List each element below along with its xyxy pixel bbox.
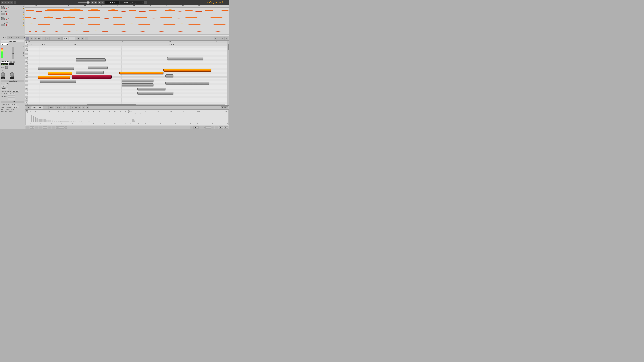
tab-synth[interactable]: Synth	[54, 106, 62, 109]
scroll-up-btn[interactable]: ▲	[228, 41, 229, 42]
note-scrollbar-thumb[interactable]	[87, 104, 136, 105]
bottom-right-btn-4[interactable]: ◁	[211, 126, 214, 129]
note-blob-11[interactable]	[138, 92, 173, 95]
collapse-icon[interactable]: ▲	[226, 2, 228, 4]
sibilant-value[interactable]: 0 %	[12, 106, 19, 108]
note-blob-9[interactable]	[138, 88, 165, 91]
tab-harmonics[interactable]: Harmonics	[31, 106, 43, 109]
scroll-thumb[interactable]	[228, 44, 229, 50]
bottom-icon-6[interactable]: ▷	[82, 106, 85, 109]
note-blob-1[interactable]	[76, 58, 106, 61]
note-blob-13[interactable]	[166, 74, 174, 77]
note-editor-right-scrollbar[interactable]: ▲ ▼ ⊞	[227, 41, 229, 105]
panel-knob-left[interactable]	[26, 110, 28, 113]
pitch-drift-value[interactable]: 100.0 %	[8, 93, 15, 95]
tool-quantize[interactable]: ≈	[46, 37, 49, 40]
note-blob-colored-3[interactable]	[163, 69, 211, 72]
note-blob-10[interactable]	[40, 80, 76, 83]
stop-button[interactable]: ■	[91, 1, 94, 4]
tool-pitch-center[interactable]: ◈	[77, 37, 80, 40]
tool-gain[interactable]: +	[84, 37, 88, 40]
note-editor-scrollbar[interactable]	[28, 104, 225, 105]
pitch-knob[interactable]	[1, 72, 5, 77]
master-solo-btn[interactable]: S	[13, 61, 15, 63]
menu-icon[interactable]: ☰	[14, 1, 16, 4]
bottom-left-btn-3[interactable]: ▷	[39, 126, 42, 129]
solo-button-bass[interactable]: S	[3, 8, 5, 9]
tab-hi[interactable]: Hi	[43, 106, 48, 109]
note-blob-colored-1[interactable]	[38, 76, 70, 79]
panel-knob-right[interactable]	[128, 110, 130, 113]
record-btn-picking-gtr[interactable]	[6, 24, 7, 26]
master-mute-btn[interactable]: M	[10, 61, 12, 63]
tool-formant[interactable]: ⊡	[42, 37, 45, 40]
formants-info-value[interactable]: 0 ct	[8, 95, 15, 98]
record-btn-bass[interactable]	[6, 8, 7, 9]
bottom-right-btn-5[interactable]: ▷	[215, 126, 218, 129]
tool-snap[interactable]: ⊕	[81, 37, 84, 40]
note-blob-7[interactable]	[122, 79, 154, 82]
play-button[interactable]: ▶	[94, 1, 97, 4]
solo-button-lead-vocal[interactable]: S	[3, 13, 5, 15]
bottom-left-btn-5[interactable]: ▷	[52, 126, 55, 129]
tab-project[interactable]: Project	[14, 36, 22, 39]
tool-stretch[interactable]: ⟷	[49, 37, 53, 40]
loop-button[interactable]: ↻	[102, 1, 104, 4]
settings-icon[interactable]: ⚙	[10, 1, 13, 4]
bypass-button[interactable]: Bypass	[221, 106, 228, 109]
bottom-number-1[interactable]: 1	[56, 126, 59, 129]
tab-eq[interactable]: EQ	[48, 106, 54, 109]
note-blob-6[interactable]	[167, 57, 203, 60]
pan-knob[interactable]	[5, 66, 8, 69]
apply-offsets-button[interactable]: Apply Offsets	[1, 80, 24, 82]
note-off-button[interactable]: Note Off	[1, 101, 24, 103]
note-blob-3[interactable]	[88, 66, 108, 69]
bottom-icon-4[interactable]: %	[74, 106, 78, 109]
key-display[interactable]: G Minor	[120, 1, 131, 4]
record-btn-strings[interactable]	[6, 19, 7, 20]
tool-square[interactable]: □	[217, 37, 221, 40]
tool-arrow-r[interactable]: →	[221, 37, 224, 40]
mute-button-lead-vocal[interactable]: M	[1, 13, 3, 15]
bottom-icon-1[interactable]: ⊡	[63, 106, 66, 109]
formants-knob[interactable]	[10, 72, 14, 77]
tool-time[interactable]: ⟺	[38, 37, 41, 40]
master-select[interactable]: Master	[1, 61, 9, 63]
tab-lo[interactable]: Lo	[26, 106, 31, 109]
transport-slider[interactable]	[78, 2, 90, 3]
note-blob-8[interactable]	[122, 83, 154, 86]
tool-select[interactable]: ↖	[26, 37, 29, 40]
tempo-value[interactable]: 83.00	[138, 2, 143, 3]
zoom-icon[interactable]: ⌖	[144, 1, 147, 4]
tool-pitch-draw[interactable]: ✎	[30, 37, 33, 40]
list-icon[interactable]: ≡	[4, 1, 7, 4]
mute-button-bass[interactable]: M	[1, 8, 3, 9]
tool-grid[interactable]: ⊞	[225, 37, 228, 40]
note-blob-12[interactable]	[166, 82, 209, 85]
tool-split[interactable]: ✂	[57, 37, 61, 40]
note-blob-4[interactable]	[48, 72, 72, 75]
tab-note[interactable]: Note	[8, 36, 14, 39]
attack-speed-value[interactable]: 0.0 %	[10, 104, 17, 106]
solo-button-strings[interactable]: S	[3, 19, 5, 20]
bottom-right-btn-1[interactable]: ◁	[190, 126, 193, 129]
note-blob-colored-2[interactable]	[120, 72, 163, 75]
pitch-mod-value[interactable]: 100.0 %	[12, 90, 19, 93]
bottom-number-2[interactable]: 3	[64, 126, 68, 129]
bottom-right-btn-2[interactable]: ◁	[198, 126, 202, 129]
waveform-icon[interactable]: ∿	[7, 1, 10, 4]
solo-button-picking-gtr[interactable]: S	[3, 24, 5, 26]
tool-link[interactable]: ⛓	[214, 37, 217, 40]
note-editor[interactable]: 26 27 28 29 30 C5 g-/Bb c-/G d-7 g-add4 …	[28, 41, 227, 105]
tab-track[interactable]: Track	[0, 36, 8, 39]
record-button[interactable]: ●	[98, 1, 101, 4]
mute-button-picking-gtr[interactable]: M	[1, 24, 3, 26]
note-blob-2[interactable]	[38, 67, 74, 70]
tool-arrow[interactable]: →	[34, 37, 37, 40]
bottom-left-btn-4[interactable]: ◁	[48, 126, 52, 129]
note-blob-5[interactable]	[76, 71, 104, 74]
tab-file[interactable]: File	[22, 36, 25, 39]
tool-move[interactable]: ⤢	[53, 37, 57, 40]
note-blob-selected[interactable]	[72, 75, 112, 79]
bottom-icon-5[interactable]: ◁	[78, 106, 82, 109]
